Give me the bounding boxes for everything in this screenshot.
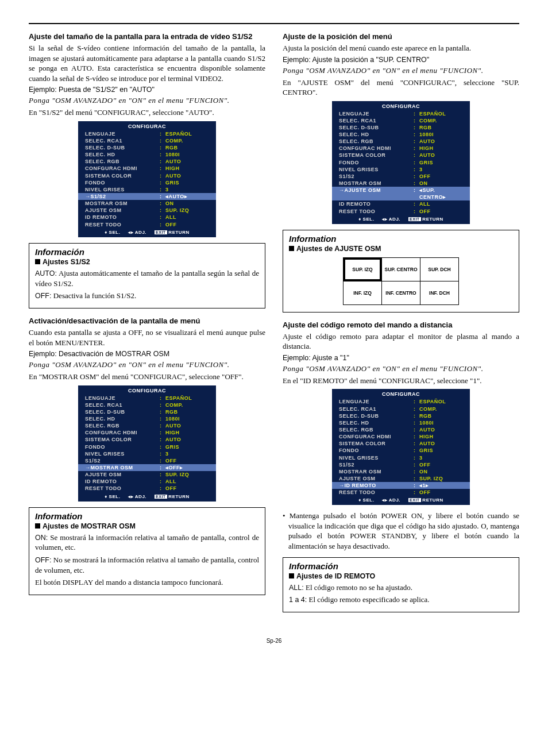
osd-label: S1/S2 [85, 457, 160, 464]
osd-title: CONFIGURAC [332, 103, 470, 109]
info2-head: Information [35, 511, 259, 521]
osd-row: CONFGURAC HDMI:HIGH [78, 165, 216, 172]
osd-row: MOSTRAR OSM:ON [332, 468, 470, 475]
osd-row: S1/S2:OFF [78, 457, 216, 464]
osd-row: SELEC. RGB:AUTO [332, 138, 470, 145]
osd-value: ON [419, 468, 463, 475]
osd-value: ESPAÑOL [165, 130, 209, 137]
osd-row: LENGUAJE:ESPAÑOL [78, 395, 216, 402]
osd-label: LENGUAJE [339, 398, 414, 405]
osd-label: NIVEL GRISES [339, 166, 414, 173]
sec1-p2: En "S1/S2" del menú "CONFIGURAC", selecc… [29, 107, 265, 118]
osd-label: SELEC. RGB [339, 426, 414, 433]
osd-row: SELEC. HD:1080I [332, 419, 470, 426]
osd-row: NIVEL GRISES:3 [332, 166, 470, 173]
sec4-p1: Ajuste el código remoto para adaptar el … [283, 331, 519, 352]
osd-label: LENGUAJE [85, 395, 160, 402]
osd-menu-3: CONFIGURAC LENGUAJE:ESPAÑOLSELEC. RCA1:C… [332, 101, 470, 224]
osd-value: COMP. [165, 137, 209, 144]
osd-row: CONFGURAC HDMI:HIGH [332, 433, 470, 440]
osd-value: 3 [419, 166, 463, 173]
info-box-1: Información Ajustes S1/S2 AUTO: Ajusta a… [29, 243, 265, 308]
osd-row: ID REMOTO:ALL [78, 478, 216, 485]
osd-label: SELEC. RGB [339, 138, 414, 145]
info2-line2: OFF: No se mostrará la información relat… [35, 555, 259, 575]
osd-value: 1080I [165, 415, 209, 422]
osd-label: SISTEMA COLOR [339, 440, 414, 447]
sec1-example: Ejemplo: Puesta de "S1/S2" en "AUTO" [29, 86, 265, 94]
osd-label: →AJUSTE OSM [339, 187, 414, 200]
top-rule [29, 23, 519, 24]
osd-label: RESET TODO [85, 221, 160, 228]
osd-row: AJUSTE OSM:SUP. IZQ [78, 207, 216, 214]
osd-row: RESET TODO:OFF [78, 485, 216, 492]
osd-label: SELEC. HD [339, 131, 414, 138]
osd-label: SELEC. RCA1 [85, 137, 160, 144]
osd-value: ESPAÑOL [165, 395, 209, 402]
osd-menu-2: CONFIGURAC LENGUAJE:ESPAÑOLSELEC. RCA1:C… [78, 385, 216, 502]
page-number: Sp-26 [29, 638, 519, 644]
osd-value: SUP. IZQ [419, 475, 463, 482]
osd-value: 1080I [419, 131, 463, 138]
osd-label: MOSTRAR OSM [85, 200, 160, 207]
osd-label: SISTEMA COLOR [339, 152, 414, 159]
osd-value: AUTO [165, 436, 209, 443]
osd-menu-4: CONFIGURAC LENGUAJE:ESPAÑOLSELEC. RCA1:C… [332, 389, 470, 505]
osd-row: →ID REMOTO:◂1▸ [332, 482, 470, 489]
sec3-p1: Ajusta la posición del menú cuando este … [283, 43, 519, 53]
osd-row: SELEC. RGB:AUTO [78, 158, 216, 165]
sel-hint: ♦ SEL. [105, 230, 120, 235]
osd-value: 3 [165, 186, 209, 193]
osd-label: SELEC. D-SUB [85, 144, 160, 151]
osd-label: →S1/S2 [85, 193, 160, 200]
osd-rows: LENGUAJE:ESPAÑOLSELEC. RCA1:COMP.SELEC. … [332, 398, 470, 496]
osd-value: ON [419, 180, 463, 187]
osd-label: CONFGURAC HDMI [85, 165, 160, 172]
osd-rows: LENGUAJE:ESPAÑOLSELEC. RCA1:COMP.SELEC. … [78, 395, 216, 492]
right-column: Ajuste de la posición del menú Ajusta la… [283, 32, 519, 620]
square-bullet-icon [289, 573, 294, 578]
osd-row: NIVEL GRISES:3 [332, 454, 470, 461]
osd-row: NIVEL GRISES:3 [78, 450, 216, 457]
info1-line1: AUTO: Ajusta automáticamente el tamaño d… [35, 268, 259, 288]
osd-footer: ♦ SEL. ◂▸ ADJ. EXIT RETURN [78, 228, 216, 236]
osd-label: RESET TODO [339, 489, 414, 496]
osd-row: CONFGURAC HDMI:HIGH [78, 429, 216, 436]
osd-value: OFF [165, 485, 209, 492]
osd-label: SISTEMA COLOR [85, 172, 160, 179]
osd-label: AJUSTE OSM [339, 475, 414, 482]
osd-label: S1/S2 [339, 173, 414, 180]
osd-row: AJUSTE OSM:SUP. IZQ [78, 471, 216, 478]
info4-sub: Ajustes de ID REMOTO [289, 572, 513, 580]
osd-label: SISTEMA COLOR [85, 436, 160, 443]
square-bullet-icon [35, 259, 40, 264]
osd-value: ◂1▸ [419, 482, 463, 489]
info2-sub: Ajustes de MOSTRAR OSM [35, 522, 259, 530]
pos-cell: INF. IZQ [344, 281, 382, 304]
osd-label: CONFGURAC HDMI [339, 433, 414, 440]
osd-row: ID REMOTO:ALL [332, 200, 470, 207]
osd-row: CONFGURAC HDMI:HIGH [332, 145, 470, 152]
two-column-layout: Ajuste del tamaño de la pantalla para la… [29, 32, 519, 620]
osd-value: AUTO [165, 172, 209, 179]
osd-row: NIVEL GRISES:3 [78, 186, 216, 193]
osd-value: ◂SUP. CENTRO▸ [419, 187, 463, 200]
adj-hint: ◂▸ ADJ. [128, 230, 146, 235]
osd-value: AUTO [419, 426, 463, 433]
osd-label: FONDO [85, 443, 160, 450]
osd-label: SELEC. RGB [85, 422, 160, 429]
osd-label: NIVEL GRISES [85, 450, 160, 457]
square-bullet-icon [289, 246, 294, 251]
osd-value: HIGH [419, 145, 463, 152]
sec4-bullet: • Mantenga pulsado el botón POWER ON, y … [283, 511, 519, 551]
osd-row: SELEC. RCA1:COMP. [78, 402, 216, 408]
sec4-p2: En el "ID REMOTO" del menú "CONFIGURAC",… [283, 376, 519, 386]
sec2-p2: En "MOSTRAR OSM" del menú "CONFIGURAC", … [29, 372, 265, 382]
info4-line1: ALL: El código remoto no se ha ajustado. [289, 583, 513, 593]
osd-row: FONDO:GRIS [332, 159, 470, 166]
osd-label: RESET TODO [85, 485, 160, 492]
info2-line3: El botón DISPLAY del mando a distancia t… [35, 577, 259, 588]
osd-value: OFF [165, 221, 209, 228]
osd-row: SELEC. RGB:AUTO [332, 426, 470, 433]
osd-footer: ♦ SEL. ◂▸ ADJ. EXIT RETURN [78, 492, 216, 500]
